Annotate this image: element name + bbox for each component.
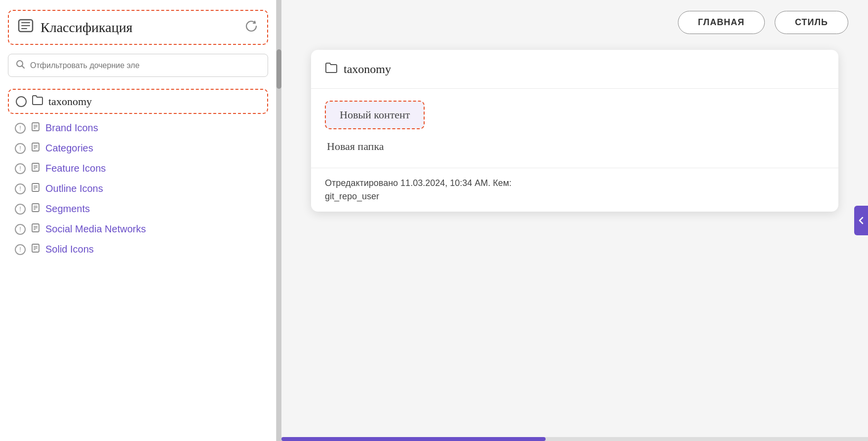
list-item[interactable]: ! Feature Icons — [12, 159, 268, 178]
alert-icon: ! — [15, 123, 26, 134]
tree-item-segments: Segments — [45, 203, 90, 215]
bottom-progress-fill — [281, 437, 546, 441]
alert-icon: ! — [15, 224, 26, 235]
search-icon — [15, 59, 25, 72]
card-header: taxonomy — [311, 50, 838, 89]
tree-item-feature-icons: Feature Icons — [45, 163, 106, 174]
doc-icon — [31, 243, 40, 256]
alert-icon: ! — [15, 143, 26, 154]
style-nav-button[interactable]: СТИЛЬ — [775, 11, 848, 34]
list-item[interactable]: ! Social Media Networks — [12, 220, 268, 238]
tree-item-categories: Categories — [45, 143, 93, 154]
taxonomy-selected-item[interactable]: taxonomy — [8, 89, 268, 114]
tree-item-social-media-networks: Social Media Networks — [45, 223, 146, 235]
sidebar-title: Классификация — [40, 20, 133, 36]
tree-item-outline-icons: Outline Icons — [45, 183, 103, 194]
list-item[interactable]: ! Solid Icons — [12, 240, 268, 258]
refresh-icon[interactable] — [244, 19, 258, 36]
taxonomy-item-label: taxonomy — [48, 95, 92, 108]
search-input[interactable] — [30, 61, 261, 70]
radio-icon — [16, 96, 27, 107]
folder-icon — [32, 95, 43, 108]
doc-icon — [31, 203, 40, 215]
sidebar: Классификация taxonomy — [0, 0, 276, 441]
doc-icon — [31, 162, 40, 175]
doc-icon — [31, 142, 40, 154]
doc-icon — [31, 122, 40, 134]
doc-icon — [31, 183, 40, 195]
alert-icon: ! — [15, 184, 26, 194]
list-icon — [18, 18, 34, 37]
right-edge-toggle[interactable] — [854, 206, 868, 235]
card-body: Новый контент Новая папка — [311, 89, 838, 168]
tree-item-brand-icons: Brand Icons — [45, 122, 98, 134]
svg-line-5 — [22, 66, 25, 69]
tree-list: ! Brand Icons ! Cate — [8, 119, 268, 258]
alert-icon: ! — [15, 163, 26, 174]
card-title: taxonomy — [344, 63, 391, 76]
sidebar-header-left: Классификация — [18, 18, 133, 37]
tree-item-solid-icons: Solid Icons — [45, 244, 94, 255]
list-item[interactable]: ! Outline Icons — [12, 180, 268, 198]
scrollbar[interactable] — [276, 0, 281, 441]
edited-info: Отредактировано 11.03.2024, 10:34 AM. Ке… — [325, 178, 825, 188]
new-content-button[interactable]: Новый контент — [325, 101, 425, 129]
edited-user: git_repo_user — [325, 191, 825, 202]
new-folder-button[interactable]: Новая папка — [325, 137, 825, 156]
content-card: taxonomy Новый контент Новая папка Отред… — [311, 50, 838, 212]
main-nav-button[interactable]: ГЛАВНАЯ — [678, 11, 765, 34]
card-footer: Отредактировано 11.03.2024, 10:34 AM. Ке… — [311, 168, 838, 212]
scrollbar-thumb[interactable] — [276, 49, 281, 89]
list-item[interactable]: ! Categories — [12, 139, 268, 157]
alert-icon: ! — [15, 244, 26, 255]
search-bar — [8, 54, 268, 77]
bottom-progress-bar — [281, 437, 868, 441]
list-item[interactable]: ! Brand Icons — [12, 119, 268, 137]
folder-icon — [325, 62, 338, 76]
top-nav: ГЛАВНАЯ СТИЛЬ — [281, 0, 868, 45]
sidebar-header: Классификация — [8, 10, 268, 45]
main-area: ГЛАВНАЯ СТИЛЬ taxonomy Новый контент Нов… — [281, 0, 868, 441]
alert-icon: ! — [15, 204, 26, 215]
list-item[interactable]: ! Segments — [12, 200, 268, 218]
doc-icon — [31, 223, 40, 235]
